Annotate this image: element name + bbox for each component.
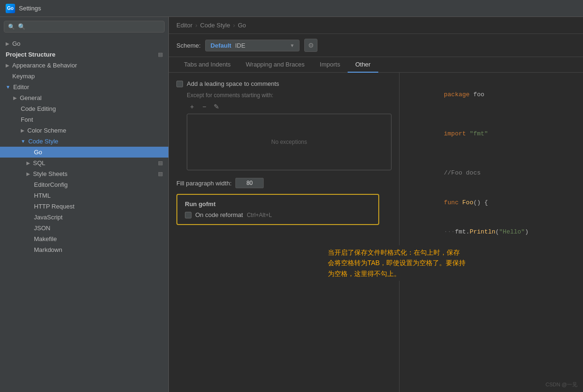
breadcrumb-code-style[interactable]: Code Style: [200, 22, 230, 29]
sidebar-item-appearance[interactable]: ▶ Appearance & Behavior: [0, 60, 168, 71]
add-leading-space-label: Add a leading space to comments: [187, 80, 279, 87]
sidebar-item-code-style[interactable]: ▼ Code Style: [0, 136, 168, 147]
scheme-dropdown[interactable]: Default IDE ▼: [205, 40, 300, 51]
sidebar-item-general[interactable]: ▶ General: [0, 92, 168, 103]
edit-exception-button[interactable]: ✎: [211, 101, 222, 112]
chevron-down-icon: ▼: [6, 84, 10, 90]
sidebar-item-label: JavaScript: [34, 214, 163, 221]
sidebar-item-code-editing[interactable]: Code Editing: [0, 103, 168, 114]
sidebar-item-label: Go: [12, 40, 163, 47]
sidebar-item-json[interactable]: JSON: [0, 223, 168, 234]
sidebar-item-http-request[interactable]: HTTP Request: [0, 201, 168, 212]
on-code-reformat-label: On code reformat: [195, 211, 243, 218]
breadcrumb: Editor › Code Style › Go: [169, 17, 583, 34]
sidebar-item-markdown[interactable]: Markdown: [0, 244, 168, 255]
tooltip-overlay: 当开启了保存文件时格式化：在勾上时，保存 会将空格转为TAB，即使设置为空格了。…: [328, 245, 466, 281]
code-line-comment: //Foo docs: [407, 158, 575, 188]
sidebar-item-label: Appearance & Behavior: [12, 62, 163, 69]
app-icon: Go: [6, 4, 15, 13]
sidebar-item-label: Markdown: [34, 246, 163, 253]
sidebar-item-javascript[interactable]: JavaScript: [0, 212, 168, 223]
sidebar-item-label: Makefile: [34, 235, 163, 242]
code-line-blank1: [407, 109, 575, 119]
scheme-gear-button[interactable]: ⚙: [304, 39, 317, 52]
tabs-bar: Tabs and Indents Wrapping and Braces Imp…: [169, 57, 583, 73]
code-line-func: func Foo() {: [407, 188, 575, 217]
sidebar-item-project-structure[interactable]: Project Structure ▤: [0, 49, 168, 60]
on-code-reformat-row: On code reformat Ctrl+Alt+L: [185, 211, 371, 218]
gofmt-box: Run gofmt On code reformat Ctrl+Alt+L: [176, 194, 379, 225]
add-leading-space-checkbox[interactable]: [176, 81, 183, 87]
chevron-right-icon: ▶: [13, 95, 17, 100]
sidebar-item-label: Code Editing: [21, 105, 163, 112]
scheme-sub: IDE: [235, 42, 245, 49]
search-icon: 🔍: [8, 24, 15, 30]
breadcrumb-sep: ›: [195, 22, 197, 29]
sidebar-item-keymap[interactable]: Keymap: [0, 71, 168, 82]
code-line-1: package foo: [407, 80, 575, 109]
on-code-reformat-checkbox[interactable]: [185, 212, 192, 218]
breadcrumb-go[interactable]: Go: [238, 22, 246, 29]
sidebar-item-label: Font: [21, 116, 163, 123]
gear-icon: ⚙: [308, 42, 314, 49]
search-box[interactable]: 🔍: [4, 21, 165, 33]
sidebar-item-font[interactable]: Font: [0, 114, 168, 125]
code-line-body: ···fmt.Println("Hello"): [407, 217, 575, 247]
exceptions-toolbar: + − ✎: [176, 101, 391, 112]
sidebar-item-label: Keymap: [6, 73, 163, 80]
sidebar-item-color-scheme[interactable]: ▶ Color Scheme: [0, 125, 168, 136]
fill-paragraph-label: Fill paragraph width:: [176, 180, 232, 187]
sidebar-item-label: Editor: [13, 83, 163, 91]
on-code-reformat-shortcut: Ctrl+Alt+L: [247, 212, 272, 218]
sidebar-item-label: JSON: [34, 225, 163, 232]
settings-content: Add a leading space to comments Except f…: [169, 73, 583, 392]
scheme-row: Scheme: Default IDE ▼ ⚙: [169, 34, 583, 57]
sidebar-item-editor[interactable]: ▼ Editor: [0, 82, 168, 92]
except-label: Except for comments starting with:: [176, 92, 391, 99]
sidebar-item-label: Color Scheme: [27, 127, 163, 134]
sidebar-item-sql[interactable]: ▶ SQL ▤: [0, 158, 168, 168]
add-exception-button[interactable]: +: [187, 101, 197, 112]
tab-other[interactable]: Other: [348, 57, 378, 73]
exceptions-list: No exceptions: [187, 114, 391, 170]
breadcrumb-sep: ›: [233, 22, 235, 29]
code-line-import: import "fmt": [407, 119, 575, 149]
sidebar-item-style-sheets[interactable]: ▶ Style Sheets ▤: [0, 168, 168, 179]
title-bar: Go Settings: [0, 0, 583, 17]
fill-paragraph-row: Fill paragraph width:: [176, 178, 391, 188]
tab-wrapping-braces[interactable]: Wrapping and Braces: [238, 57, 312, 73]
no-exceptions-text: No exceptions: [271, 139, 307, 145]
sidebar: 🔍 ▶ Go Project Structure ▤ ▶ Appearance …: [0, 17, 169, 392]
sidebar-item-label: Project Structure: [6, 51, 156, 58]
scheme-label: Scheme:: [176, 42, 200, 49]
tab-tabs-indents[interactable]: Tabs and Indents: [176, 57, 238, 73]
layout-icon: ▤: [158, 171, 163, 177]
main-layout: 🔍 ▶ Go Project Structure ▤ ▶ Appearance …: [0, 17, 583, 392]
search-input[interactable]: [18, 23, 160, 30]
add-leading-space-row: Add a leading space to comments: [176, 80, 391, 87]
sidebar-item-editorconfig[interactable]: EditorConfig: [0, 179, 168, 190]
sidebar-item-label: HTTP Request: [34, 203, 163, 210]
tab-imports[interactable]: Imports: [312, 57, 348, 73]
chevron-down-icon: ▼: [290, 43, 294, 48]
sidebar-item-go[interactable]: ▶ Go: [0, 38, 168, 49]
sidebar-item-html[interactable]: HTML: [0, 190, 168, 201]
chevron-right-icon: ▶: [21, 128, 25, 133]
watermark: CSDN @一见: [546, 381, 577, 388]
sidebar-item-label: General: [20, 94, 163, 101]
fill-paragraph-input[interactable]: [235, 178, 264, 188]
layout-icon: ▤: [158, 160, 163, 166]
breadcrumb-editor[interactable]: Editor: [176, 22, 192, 29]
sidebar-item-label: Style Sheets: [33, 170, 156, 177]
code-preview: package foo import "fmt" //Foo docs func…: [399, 73, 583, 392]
layout-icon: ▤: [158, 51, 163, 58]
remove-exception-button[interactable]: −: [199, 101, 209, 112]
content-area: Editor › Code Style › Go Scheme: Default…: [169, 17, 583, 392]
sidebar-item-label: Go: [34, 149, 163, 156]
sidebar-item-label: SQL: [33, 159, 156, 167]
sidebar-item-label: HTML: [34, 192, 163, 199]
sidebar-item-go-lang[interactable]: Go: [0, 147, 168, 158]
chevron-right-icon: ▶: [26, 160, 30, 166]
sidebar-item-makefile[interactable]: Makefile: [0, 234, 168, 244]
chevron-right-icon: ▶: [6, 63, 9, 68]
